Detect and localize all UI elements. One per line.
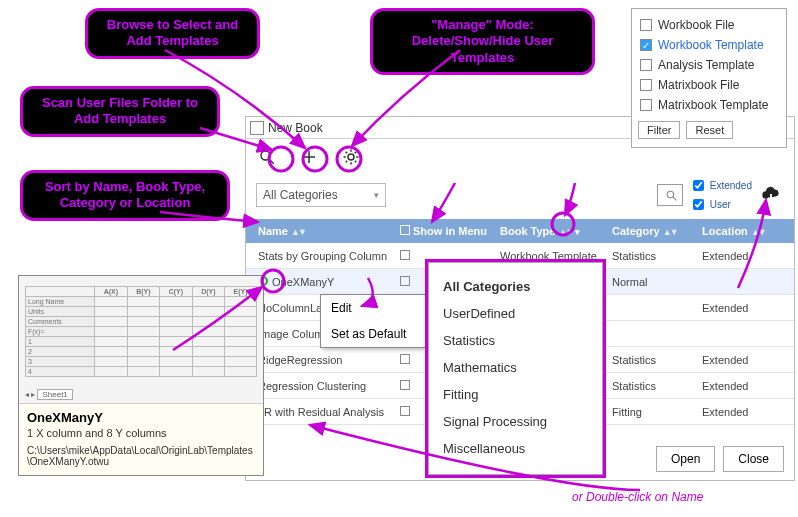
- filter-option[interactable]: Analysis Template: [638, 55, 780, 75]
- preview-image: A(X)B(Y)C(Y)D(Y)E(Y)Long NameUnitsCommen…: [19, 276, 263, 404]
- plus-icon: [300, 148, 318, 166]
- checkbox-icon: [640, 19, 652, 31]
- svg-point-0: [261, 151, 270, 160]
- row-cat: Statistics: [612, 354, 702, 366]
- row-context-menu: Edit Set as Default: [320, 294, 435, 348]
- row-name: Regression Clustering: [258, 380, 366, 392]
- filter-row: All Categories ▾ Extended User: [246, 177, 794, 219]
- magnifier-icon: [258, 148, 276, 166]
- svg-point-4: [348, 154, 354, 160]
- callout-scan-text: Scan User Files Folder to Add Templates: [42, 95, 198, 126]
- row-name: OneXManyY: [272, 276, 334, 288]
- row-loc: Extended: [702, 250, 782, 262]
- template-center-button[interactable]: [758, 182, 784, 208]
- close-button[interactable]: Close: [723, 446, 784, 472]
- show-in-menu-checkbox[interactable]: [400, 380, 410, 390]
- source-flags: Extended User: [689, 177, 752, 213]
- scan-button[interactable]: [254, 144, 280, 173]
- row-name: Image Column: [258, 328, 330, 340]
- col-cat-header[interactable]: Category ▲▼: [612, 225, 702, 237]
- filter-option[interactable]: Matrixbook Template: [638, 95, 780, 115]
- template-preview-tooltip: A(X)B(Y)C(Y)D(Y)E(Y)Long NameUnitsCommen…: [18, 275, 264, 476]
- svg-line-6: [673, 197, 676, 200]
- row-cat: Statistics: [612, 380, 702, 392]
- callout-scan: Scan User Files Folder to Add Templates: [20, 86, 220, 137]
- preview-desc: 1 X column and 8 Y columns: [19, 427, 263, 445]
- callout-sort: Sort by Name, Book Type, Category or Loc…: [20, 170, 230, 221]
- cloud-download-icon: [760, 184, 782, 206]
- filter-option[interactable]: Matrixbook File: [638, 75, 780, 95]
- row-loc: Extended: [702, 406, 782, 418]
- svg-point-5: [667, 191, 674, 198]
- filter-option[interactable]: Workbook File: [638, 15, 780, 35]
- gear-icon: [342, 148, 360, 166]
- preview-name: OneXManyY: [19, 404, 263, 427]
- row-cat: Normal: [612, 276, 702, 288]
- checkbox-icon: ✓: [640, 39, 652, 51]
- checkbox-icon: [640, 59, 652, 71]
- filter-option-label: Workbook File: [658, 18, 734, 32]
- filter-option-label: Analysis Template: [658, 58, 755, 72]
- svg-line-1: [269, 159, 274, 164]
- callout-manage-text: "Manage" Mode: Delete/Show/Hide User Tem…: [412, 17, 554, 65]
- booktype-filter-popover: Workbook File✓Workbook TemplateAnalysis …: [631, 8, 787, 148]
- checkbox-icon: [640, 79, 652, 91]
- row-cat: Statistics: [612, 250, 702, 262]
- row-loc: Extended: [702, 302, 782, 314]
- callout-sort-text: Sort by Name, Book Type, Category or Loc…: [45, 179, 205, 210]
- category-option[interactable]: Miscellaneous: [429, 435, 602, 462]
- annotation-dblclick: or Double-click on Name: [572, 490, 703, 504]
- row-name: RidgeRegression: [258, 354, 342, 366]
- flag-extended[interactable]: Extended: [689, 177, 752, 194]
- filter-apply-button[interactable]: Filter: [638, 121, 680, 139]
- show-in-menu-checkbox[interactable]: [400, 354, 410, 364]
- ctx-edit[interactable]: Edit: [321, 295, 434, 321]
- category-option[interactable]: Signal Processing: [429, 408, 602, 435]
- category-select[interactable]: All Categories ▾: [256, 183, 386, 207]
- category-popover: All CategoriesUserDefinedStatisticsMathe…: [428, 262, 603, 475]
- row-loc: Extended: [702, 380, 782, 392]
- row-loc: Extended: [702, 354, 782, 366]
- category-select-value: All Categories: [263, 188, 338, 202]
- filter-option-label: Workbook Template: [658, 38, 764, 52]
- col-type-header[interactable]: Book Type ▲▼ ▾: [500, 225, 612, 237]
- col-loc-header[interactable]: Location ▲▼: [702, 225, 782, 237]
- callout-browse-text: Browse to Select and Add Templates: [107, 17, 238, 48]
- window-title: New Book: [268, 121, 323, 135]
- row-name: Stats by Grouping Column: [258, 250, 387, 262]
- show-in-menu-checkbox[interactable]: [400, 276, 410, 286]
- category-option[interactable]: UserDefined: [429, 300, 602, 327]
- callout-manage: "Manage" Mode: Delete/Show/Hide User Tem…: [370, 8, 595, 75]
- show-in-menu-checkbox[interactable]: [400, 406, 410, 416]
- col-show-header[interactable]: Show in Menu: [400, 225, 500, 237]
- footer-buttons: Open Close: [656, 446, 784, 472]
- category-option[interactable]: Fitting: [429, 381, 602, 408]
- ctx-set-default[interactable]: Set as Default: [321, 321, 434, 347]
- row-cat: Fitting: [612, 406, 702, 418]
- row-name: LR with Residual Analysis: [258, 406, 384, 418]
- checkbox-icon: [640, 99, 652, 111]
- search-icon: [665, 189, 678, 202]
- col-name-header[interactable]: Name ▲▼: [250, 225, 400, 237]
- search-input[interactable]: [657, 184, 683, 206]
- show-in-menu-checkbox[interactable]: [400, 250, 410, 260]
- manage-button[interactable]: [338, 144, 364, 173]
- filter-option[interactable]: ✓Workbook Template: [638, 35, 780, 55]
- add-button[interactable]: [296, 144, 322, 173]
- category-option[interactable]: All Categories: [429, 273, 602, 300]
- table-header: Name ▲▼ Show in Menu Book Type ▲▼ ▾ Cate…: [246, 219, 794, 243]
- filter-option-label: Matrixbook File: [658, 78, 739, 92]
- flag-user[interactable]: User: [689, 196, 752, 213]
- category-option[interactable]: Mathematics: [429, 354, 602, 381]
- preview-sheet-tab: Sheet1: [37, 389, 72, 400]
- app-icon: [250, 121, 264, 135]
- open-button[interactable]: Open: [656, 446, 715, 472]
- chevron-down-icon: ▾: [374, 190, 379, 200]
- category-option[interactable]: Statistics: [429, 327, 602, 354]
- filter-option-label: Matrixbook Template: [658, 98, 769, 112]
- callout-browse: Browse to Select and Add Templates: [85, 8, 260, 59]
- preview-path: C:\Users\mike\AppData\Local\OriginLab\Te…: [19, 445, 263, 467]
- row-type: Workbook Template: [500, 250, 612, 262]
- filter-reset-button[interactable]: Reset: [686, 121, 733, 139]
